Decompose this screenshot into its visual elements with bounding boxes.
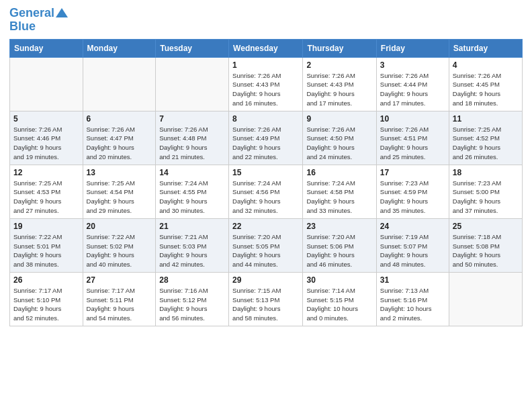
day-info: Sunrise: 7:25 AM Sunset: 4:52 PM Dayligh… [453,125,519,162]
weekday-header-thursday: Thursday [303,39,376,57]
calendar-cell: 21Sunrise: 7:21 AM Sunset: 5:03 PM Dayli… [156,218,229,272]
day-number: 9 [306,114,372,124]
calendar-cell: 20Sunrise: 7:22 AM Sunset: 5:02 PM Dayli… [83,218,156,272]
calendar-cell: 19Sunrise: 7:22 AM Sunset: 5:01 PM Dayli… [10,218,83,272]
calendar-cell: 23Sunrise: 7:20 AM Sunset: 5:06 PM Dayli… [303,218,376,272]
day-info: Sunrise: 7:26 AM Sunset: 4:50 PM Dayligh… [306,125,372,162]
calendar-cell: 10Sunrise: 7:26 AM Sunset: 4:51 PM Dayli… [376,111,449,165]
day-number: 21 [159,222,225,231]
day-info: Sunrise: 7:15 AM Sunset: 5:13 PM Dayligh… [232,286,299,323]
day-info: Sunrise: 7:17 AM Sunset: 5:10 PM Dayligh… [13,286,79,323]
day-number: 13 [87,168,152,177]
calendar-cell: 4Sunrise: 7:26 AM Sunset: 4:45 PM Daylig… [449,57,522,111]
calendar-cell [83,57,156,111]
logo: General Blue [9,7,68,34]
calendar-cell: 3Sunrise: 7:26 AM Sunset: 4:44 PM Daylig… [376,57,449,111]
day-number: 20 [87,222,152,231]
calendar-cell [449,272,522,326]
day-number: 31 [380,275,445,285]
calendar-cell: 26Sunrise: 7:17 AM Sunset: 5:10 PM Dayli… [10,272,83,326]
day-number: 18 [453,168,519,177]
day-info: Sunrise: 7:21 AM Sunset: 5:03 PM Dayligh… [159,232,225,269]
calendar-cell [10,57,83,111]
day-number: 15 [232,168,299,177]
calendar-cell: 22Sunrise: 7:20 AM Sunset: 5:05 PM Dayli… [229,218,303,272]
day-number: 4 [453,60,519,70]
header: General Blue [9,7,523,34]
logo-icon [56,7,68,19]
day-info: Sunrise: 7:16 AM Sunset: 5:12 PM Dayligh… [159,286,225,323]
calendar-cell: 1Sunrise: 7:26 AM Sunset: 4:43 PM Daylig… [229,57,303,111]
calendar-cell: 8Sunrise: 7:26 AM Sunset: 4:49 PM Daylig… [229,111,303,165]
calendar-cell: 24Sunrise: 7:19 AM Sunset: 5:07 PM Dayli… [376,218,449,272]
weekday-header-tuesday: Tuesday [156,39,229,57]
day-info: Sunrise: 7:18 AM Sunset: 5:08 PM Dayligh… [453,232,519,269]
calendar-cell: 2Sunrise: 7:26 AM Sunset: 4:43 PM Daylig… [303,57,376,111]
calendar-cell: 13Sunrise: 7:25 AM Sunset: 4:54 PM Dayli… [83,165,156,218]
day-number: 30 [306,275,372,285]
calendar-cell: 14Sunrise: 7:24 AM Sunset: 4:55 PM Dayli… [156,165,229,218]
day-number: 8 [232,114,299,124]
day-info: Sunrise: 7:25 AM Sunset: 4:54 PM Dayligh… [87,179,152,216]
weekday-header-monday: Monday [83,39,156,57]
week-row-3: 19Sunrise: 7:22 AM Sunset: 5:01 PM Dayli… [10,218,523,272]
weekday-header-saturday: Saturday [449,39,522,57]
day-info: Sunrise: 7:26 AM Sunset: 4:48 PM Dayligh… [159,125,225,162]
day-info: Sunrise: 7:26 AM Sunset: 4:46 PM Dayligh… [13,125,79,162]
day-info: Sunrise: 7:17 AM Sunset: 5:11 PM Dayligh… [87,286,152,323]
logo-blue: Blue [9,20,36,34]
svg-marker-0 [56,8,68,17]
day-number: 6 [87,114,152,124]
day-info: Sunrise: 7:26 AM Sunset: 4:43 PM Dayligh… [306,71,372,108]
day-number: 12 [13,168,79,177]
logo-general: General [9,6,54,19]
day-number: 27 [87,275,152,285]
day-number: 24 [380,222,445,231]
day-info: Sunrise: 7:26 AM Sunset: 4:47 PM Dayligh… [87,125,152,162]
day-number: 19 [13,222,79,231]
calendar-cell: 25Sunrise: 7:18 AM Sunset: 5:08 PM Dayli… [449,218,522,272]
day-info: Sunrise: 7:24 AM Sunset: 4:55 PM Dayligh… [159,179,225,216]
weekday-header-sunday: Sunday [10,39,83,57]
day-info: Sunrise: 7:23 AM Sunset: 4:59 PM Dayligh… [380,179,445,216]
day-number: 7 [159,114,225,124]
day-info: Sunrise: 7:26 AM Sunset: 4:44 PM Dayligh… [380,71,445,108]
week-row-0: 1Sunrise: 7:26 AM Sunset: 4:43 PM Daylig… [10,57,523,111]
calendar-cell: 12Sunrise: 7:25 AM Sunset: 4:53 PM Dayli… [10,165,83,218]
calendar-cell: 16Sunrise: 7:24 AM Sunset: 4:58 PM Dayli… [303,165,376,218]
day-info: Sunrise: 7:13 AM Sunset: 5:16 PM Dayligh… [380,286,445,323]
day-info: Sunrise: 7:24 AM Sunset: 4:58 PM Dayligh… [306,179,372,216]
day-number: 22 [232,222,299,231]
weekday-header-friday: Friday [376,39,449,57]
day-number: 16 [306,168,372,177]
calendar-cell: 30Sunrise: 7:14 AM Sunset: 5:15 PM Dayli… [303,272,376,326]
calendar-cell: 31Sunrise: 7:13 AM Sunset: 5:16 PM Dayli… [376,272,449,326]
day-number: 10 [380,114,445,124]
page: General Blue SundayMondayTuesdayWednesda… [0,0,532,411]
day-info: Sunrise: 7:26 AM Sunset: 4:49 PM Dayligh… [232,125,299,162]
day-number: 11 [453,114,519,124]
calendar-cell [156,57,229,111]
day-number: 25 [453,222,519,231]
day-info: Sunrise: 7:22 AM Sunset: 5:02 PM Dayligh… [87,232,152,269]
day-info: Sunrise: 7:26 AM Sunset: 4:45 PM Dayligh… [453,71,519,108]
day-number: 28 [159,275,225,285]
calendar-cell: 11Sunrise: 7:25 AM Sunset: 4:52 PM Dayli… [449,111,522,165]
calendar-cell: 6Sunrise: 7:26 AM Sunset: 4:47 PM Daylig… [83,111,156,165]
calendar-cell: 18Sunrise: 7:23 AM Sunset: 5:00 PM Dayli… [449,165,522,218]
logo-text: General [9,7,54,20]
weekday-header-row: SundayMondayTuesdayWednesdayThursdayFrid… [10,39,523,57]
day-info: Sunrise: 7:20 AM Sunset: 5:05 PM Dayligh… [232,232,299,269]
calendar-cell: 17Sunrise: 7:23 AM Sunset: 4:59 PM Dayli… [376,165,449,218]
day-info: Sunrise: 7:25 AM Sunset: 4:53 PM Dayligh… [13,179,79,216]
day-number: 26 [13,275,79,285]
calendar-cell: 28Sunrise: 7:16 AM Sunset: 5:12 PM Dayli… [156,272,229,326]
day-info: Sunrise: 7:22 AM Sunset: 5:01 PM Dayligh… [13,232,79,269]
calendar-cell: 27Sunrise: 7:17 AM Sunset: 5:11 PM Dayli… [83,272,156,326]
calendar-cell: 15Sunrise: 7:24 AM Sunset: 4:56 PM Dayli… [229,165,303,218]
calendar-cell: 5Sunrise: 7:26 AM Sunset: 4:46 PM Daylig… [10,111,83,165]
day-number: 1 [232,60,299,70]
day-info: Sunrise: 7:24 AM Sunset: 4:56 PM Dayligh… [232,179,299,216]
day-info: Sunrise: 7:26 AM Sunset: 4:43 PM Dayligh… [232,71,299,108]
day-number: 5 [13,114,79,124]
